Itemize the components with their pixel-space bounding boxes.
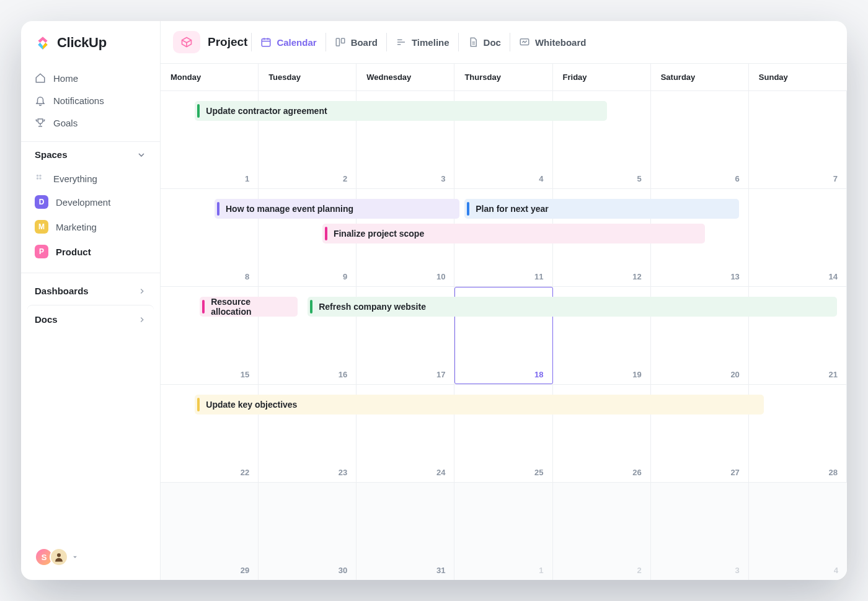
calendar-event[interactable]: Resource allocation [200,297,298,317]
day-cell[interactable]: 28 [749,385,847,482]
nav-label: Notifications [53,95,104,106]
nav-label: Dashboards [35,286,89,296]
calendar-event[interactable]: Refresh company website [308,297,837,317]
svg-rect-6 [336,38,339,46]
whiteboard-icon [519,37,530,48]
event-title: Resource allocation [211,297,291,317]
event-title: Update contractor agreement [206,106,327,116]
nav-home[interactable]: Home [27,67,154,89]
calendar-event[interactable]: Update key objectives [195,395,763,415]
view-timeline[interactable]: Timeline [386,33,458,51]
primary-nav: Home Notifications Goals [21,63,160,141]
svg-point-4 [57,553,61,557]
grid-dots-icon [35,173,46,184]
day-cell[interactable]: 29 [161,483,259,580]
weekday: Wednesday [356,64,454,90]
space-badge: D [35,195,48,209]
spaces-header[interactable]: Spaces [21,141,160,166]
svg-point-2 [37,177,38,179]
space-label: Product [56,247,91,257]
event-title: Finalize project scope [334,229,424,239]
space-development[interactable]: D Development [27,190,154,214]
calendar-event[interactable]: Finalize project scope [322,224,705,243]
day-number: 28 [829,468,838,477]
weekday: Friday [553,64,651,90]
day-cell[interactable]: 14 [749,189,847,286]
day-cell[interactable]: 6 [651,91,749,188]
chevron-right-icon [138,287,146,296]
person-icon [53,551,64,563]
svg-point-1 [39,175,41,177]
event-title: Update key objectives [206,400,297,410]
day-cell[interactable]: 31 [356,483,454,580]
clickup-logo-icon [35,35,51,51]
day-number: 22 [241,468,249,477]
day-cell[interactable]: 7 [749,91,847,188]
day-cell[interactable]: 30 [259,483,356,580]
calendar-week: 891011121314How to manage event planning… [161,189,847,287]
event-title: Refresh company website [319,302,426,312]
day-number: 3 [441,174,445,183]
event-color-bar [217,202,219,216]
day-number: 15 [241,370,249,379]
nav-dashboards[interactable]: Dashboards [27,277,154,305]
project-name: Project [208,35,247,49]
space-label: Development [56,197,110,208]
svg-rect-7 [341,38,344,43]
avatar[interactable] [50,548,68,566]
app-window: ClickUp Home Notifications Goals Spaces [21,21,847,580]
space-badge: M [35,220,48,234]
view-label: Calendar [277,37,316,48]
nav-notifications[interactable]: Notifications [27,89,154,112]
topbar: Project Calendar Board Timeline Doc [161,21,847,64]
user-avatars[interactable]: S [21,538,160,580]
view-whiteboard[interactable]: Whiteboard [510,33,595,51]
nav-docs[interactable]: Docs [27,305,154,333]
space-everything[interactable]: Everything [27,167,154,190]
svg-rect-5 [262,39,271,46]
weekday: Thursday [454,64,552,90]
calendar: Monday Tuesday Wednesday Thursday Friday… [161,64,847,580]
day-number: 7 [833,174,838,183]
day-number: 16 [339,370,347,379]
day-cell[interactable]: 4 [749,483,847,580]
day-number: 19 [632,370,641,379]
home-icon [35,72,46,84]
day-cell[interactable]: 2 [553,483,651,580]
calendar-icon [260,37,272,48]
space-product[interactable]: P Product [27,239,154,264]
event-color-bar [467,202,469,216]
doc-icon [467,37,479,48]
event-color-bar [325,227,327,240]
day-number: 27 [730,468,739,477]
brand[interactable]: ClickUp [21,35,160,63]
weekday: Saturday [651,64,749,90]
nav-goals[interactable]: Goals [27,112,154,134]
day-number: 25 [534,468,543,477]
day-cell[interactable]: 3 [651,483,749,580]
event-color-bar [202,300,205,314]
day-number: 8 [245,272,249,281]
caret-down-icon[interactable] [72,554,78,560]
day-number: 5 [637,174,641,183]
timeline-icon [396,37,407,48]
day-number: 31 [436,566,445,575]
day-number: 24 [436,468,445,477]
space-marketing[interactable]: M Marketing [27,214,154,239]
day-number: 11 [534,272,543,281]
project-chip[interactable] [173,31,200,53]
view-board[interactable]: Board [326,33,386,51]
calendar-event[interactable]: How to manage event planning [215,199,459,219]
view-tabs: Calendar Board Timeline Doc Whiteboard [251,33,595,51]
view-calendar[interactable]: Calendar [251,33,325,51]
event-color-bar [310,300,312,314]
day-number: 3 [735,566,740,575]
view-doc[interactable]: Doc [458,33,510,51]
event-color-bar [197,398,200,411]
nav-label: Home [53,73,78,84]
day-cell[interactable]: 1 [454,483,552,580]
calendar-event[interactable]: Plan for next year [464,199,739,219]
view-label: Board [351,37,378,48]
calendar-event[interactable]: Update contractor agreement [195,101,606,121]
space-label: Marketing [56,222,97,232]
